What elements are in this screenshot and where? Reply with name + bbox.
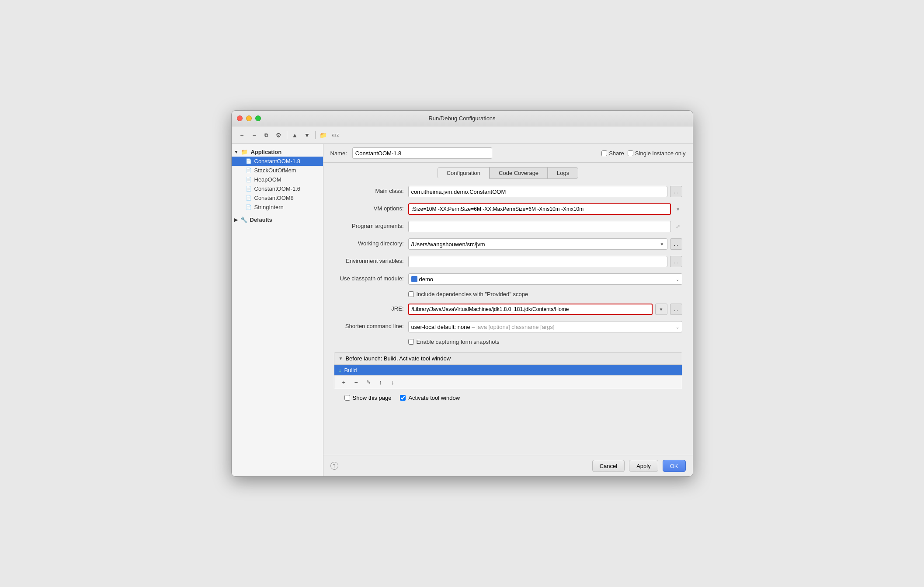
sidebar-group-defaults[interactable]: ▶ 🔧 Defaults [232,215,323,224]
sidebar-group-application[interactable]: ▼ 📁 Application [232,147,323,157]
env-vars-input[interactable] [408,256,667,267]
sidebar-item-stringintern[interactable]: 📄 StringIntern [232,203,323,212]
before-launch-remove-icon: − [354,379,358,386]
before-launch-down-button[interactable]: ↓ [388,377,398,387]
add-icon: + [240,132,243,139]
shorten-cmd-control: user-local default: none – java [options… [408,321,682,332]
config-icon-6: 📄 [246,204,252,210]
classpath-row: Use classpath of module: demo ⌄ [334,273,682,285]
include-deps-checkbox[interactable] [408,291,414,297]
folder-icon-application: 📁 [241,149,248,155]
main-class-browse-button[interactable]: ... [670,186,682,197]
sort-icon: a↓z [332,133,339,137]
activate-window-checkbox[interactable] [400,395,406,401]
program-args-expand-button[interactable]: ⤢ [674,222,682,231]
shorten-cmd-input[interactable]: user-local default: none – java [options… [408,321,682,332]
before-launch-header[interactable]: ▼ Before launch: Build, Activate tool wi… [334,353,682,365]
cancel-label: Cancel [600,463,617,469]
add-config-button[interactable]: + [237,130,247,140]
jre-dropdown-button[interactable]: ▼ [655,304,667,315]
single-instance-label: Single instance only [628,150,686,157]
shorten-cmd-value: user-local default: none – java [options… [411,324,555,330]
main-class-control: ... [408,186,682,197]
right-panel: Name: Share Single instance only Confi [323,144,693,476]
program-args-input[interactable] [408,221,671,232]
before-launch-item-label: Build [344,367,357,374]
before-launch-up-button[interactable]: ↑ [375,377,386,387]
folder-button[interactable]: 📁 [318,130,329,140]
shorten-cmd-label: Shorten command line: [334,321,404,329]
remove-config-button[interactable]: − [249,130,260,140]
share-area: Share Single instance only [601,150,685,157]
gear-icon: ⚙ [276,132,281,139]
working-dir-control: /Users/wangshouwen/src/jvm ▼ ... [408,238,682,250]
classpath-value: demo [419,276,676,283]
before-launch-down-icon: ↓ [391,379,394,386]
close-button[interactable] [237,115,243,121]
ok-button[interactable]: OK [663,460,686,472]
tab-code-coverage[interactable]: Code Coverage [490,167,548,179]
single-instance-checkbox[interactable] [628,150,633,156]
toolbar: + − ⧉ ⚙ ▲ ▼ 📁 a↓z [232,126,693,144]
vm-options-expand-button[interactable]: ✕ [674,205,682,213]
maximize-button[interactable] [255,115,261,121]
jre-input[interactable]: /Library/Java/JavaVirtualMachines/jdk1.8… [408,304,653,315]
sidebar-item-constantoom-18[interactable]: 📄 ConstantOOM-1.8 [232,157,323,166]
working-dir-browse-button[interactable]: ... [670,238,682,250]
sidebar: ▼ 📁 Application 📄 ConstantOOM-1.8 📄 Stac… [232,144,323,476]
program-args-control: ⤢ [408,221,682,232]
before-launch-toolbar: + − ✎ ↑ ↓ [334,375,682,389]
main-content: ▼ 📁 Application 📄 ConstantOOM-1.8 📄 Stac… [232,144,693,476]
sidebar-item-label-5: ConstantOOM8 [254,195,294,201]
name-input[interactable] [352,147,492,159]
sort-button[interactable]: a↓z [330,130,341,140]
help-button[interactable]: ? [330,462,338,470]
share-text: Share [609,150,624,157]
sidebar-item-constantoom8[interactable]: 📄 ConstantOOM8 [232,193,323,203]
config-icon-1: 📄 [246,158,252,164]
build-icon: ↓ [339,367,342,374]
apply-button[interactable]: Apply [629,460,658,472]
move-down-button[interactable]: ▼ [302,130,313,140]
name-bar: Name: Share Single instance only [323,144,693,163]
jre-browse-button[interactable]: ... [670,304,682,315]
show-page-label: Show this page [344,395,392,401]
ok-label: OK [670,463,678,469]
before-launch-remove-button[interactable]: − [351,377,361,387]
before-launch-item[interactable]: ↓ Build [334,365,682,375]
copy-config-button[interactable]: ⧉ [261,130,272,140]
sidebar-item-heapoom[interactable]: 📄 HeapOOM [232,175,323,184]
config-icon-5: 📄 [246,195,252,201]
sidebar-item-stackoverflow[interactable]: 📄 StackOutOfMem [232,166,323,175]
vm-options-input[interactable]: :Size=10M -XX:PermSize=6M -XX:MaxPermSiz… [408,203,671,215]
shorten-cmd-hint: – java [options] classname [args] [472,324,554,330]
classpath-module-icon [411,276,417,282]
working-dir-input[interactable]: /Users/wangshouwen/src/jvm ▼ [408,238,667,250]
activate-window-text: Activate tool window [408,395,460,401]
settings-button[interactable]: ⚙ [274,130,284,140]
before-launch-add-icon: + [342,379,345,386]
before-launch-title: Before launch: Build, Activate tool wind… [345,355,451,362]
share-label: Share [601,150,624,157]
show-page-checkbox[interactable] [344,395,350,401]
main-class-input[interactable] [408,186,667,197]
shorten-cmd-row: Shorten command line: user-local default… [334,321,682,332]
toolbar-separator-2 [315,131,316,139]
vm-options-row: VM options: :Size=10M -XX:PermSize=6M -X… [334,203,682,215]
config-icon-3: 📄 [246,177,252,182]
before-launch-add-button[interactable]: + [339,377,349,387]
tab-logs[interactable]: Logs [548,167,578,179]
before-launch-edit-button[interactable]: ✎ [363,377,374,387]
cancel-button[interactable]: Cancel [592,460,625,472]
sidebar-item-constantoom-16[interactable]: 📄 ConstantOOM-1.6 [232,184,323,193]
share-checkbox[interactable] [601,150,607,156]
defaults-icon: 🔧 [240,217,247,223]
include-deps-row: Include dependencies with "Provided" sco… [334,291,682,297]
minimize-button[interactable] [246,115,252,121]
classpath-input[interactable]: demo ⌄ [408,273,682,285]
working-dir-value: /Users/wangshouwen/src/jvm [411,241,485,248]
tab-configuration[interactable]: Configuration [438,167,490,179]
move-up-button[interactable]: ▲ [290,130,300,140]
env-vars-browse-button[interactable]: ... [670,256,682,267]
enable-snapshots-checkbox[interactable] [408,339,414,345]
